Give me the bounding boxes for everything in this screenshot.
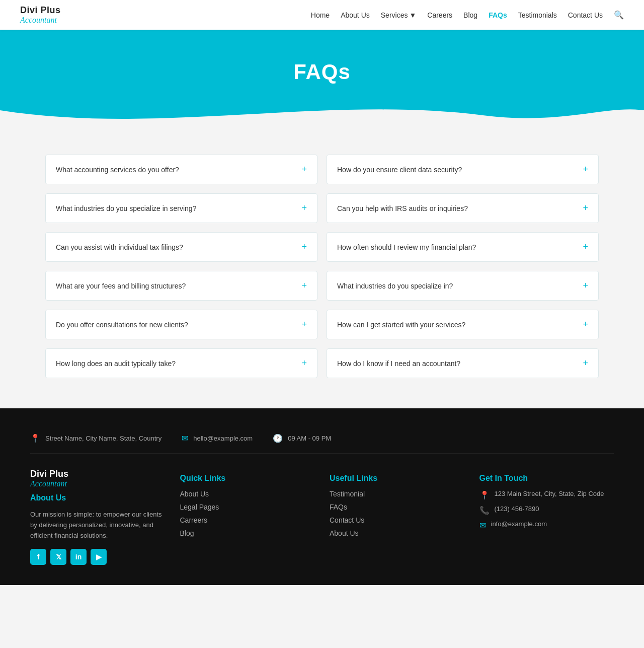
location-icon: 📍 — [30, 434, 40, 443]
faq-expand-icon: + — [301, 280, 307, 291]
faq-expand-icon: + — [301, 358, 307, 369]
faq-item[interactable]: Can you assist with individual tax filin… — [45, 232, 317, 262]
faq-section: What accounting services do you offer? +… — [0, 124, 644, 408]
faq-question: How often should I review my financial p… — [337, 243, 476, 251]
youtube-icon[interactable]: ▶ — [91, 549, 107, 565]
facebook-icon[interactable]: f — [30, 549, 46, 565]
footer-email-top-text: hello@example.com — [193, 435, 253, 442]
faq-item[interactable]: What accounting services do you offer? + — [45, 155, 317, 184]
footer-contact-phone: 📞 (123) 456-7890 — [479, 505, 614, 515]
faq-expand-icon: + — [583, 319, 588, 330]
faq-item[interactable]: How can I get started with your services… — [327, 310, 599, 339]
footer-contact-email: ✉ info@example.com — [479, 520, 614, 530]
footer-quick-link[interactable]: About Us — [180, 490, 315, 498]
faq-question: What industries do you specialize in ser… — [56, 204, 196, 212]
faq-question: How do you ensure client data security? — [337, 166, 462, 174]
footer-hours-top: 🕐 09 AM - 09 PM — [273, 434, 331, 443]
nav-services[interactable]: Services ▼ — [381, 11, 417, 19]
location-icon-footer: 📍 — [479, 490, 490, 500]
footer-useful-link[interactable]: FAQs — [330, 503, 464, 511]
faq-expand-icon: + — [583, 242, 588, 252]
footer-useful-link[interactable]: Testimonial — [330, 490, 464, 498]
faq-item[interactable]: How often should I review my financial p… — [327, 232, 599, 262]
faq-item[interactable]: What are your fees and billing structure… — [45, 271, 317, 301]
footer-about-heading: About Us — [30, 493, 165, 502]
footer-socials: f𝕏in▶ — [30, 549, 165, 565]
nav-links: Home About Us Services ▼ Careers Blog FA… — [311, 10, 624, 20]
footer-quick-link[interactable]: Legal Pages — [180, 503, 315, 511]
email-icon-footer: ✉ — [479, 521, 486, 530]
faq-item[interactable]: Do you offer consultations for new clien… — [45, 310, 317, 339]
twitter-icon[interactable]: 𝕏 — [50, 549, 66, 565]
faq-question: How can I get started with your services… — [337, 321, 465, 329]
footer-contact-address: 📍 123 Main Street, City, State, Zip Code — [479, 490, 614, 500]
faq-question: What are your fees and billing structure… — [56, 282, 186, 290]
logo-subtitle: Accountant — [20, 16, 57, 25]
footer-contact-phone-text: (123) 456-7890 — [495, 505, 539, 513]
email-icon-top: ✉ — [182, 434, 188, 443]
faq-item[interactable]: How long does an audit typically take? + — [45, 348, 317, 378]
footer-useful-links-col: Useful Links TestimonialFAQsContact UsAb… — [330, 469, 464, 565]
footer-top-info: 📍 Street Name, City Name, State, Country… — [30, 434, 614, 454]
footer-logo-title: Divi Plus — [30, 469, 68, 479]
faq-expand-icon: + — [301, 242, 307, 252]
faq-question: What accounting services do you offer? — [56, 166, 179, 174]
footer-address-top-text: Street Name, City Name, State, Country — [45, 435, 162, 442]
footer-contact-address-text: 123 Main Street, City, State, Zip Code — [495, 490, 604, 497]
footer-quick-links-list: About UsLegal PagesCarreersBlog — [180, 490, 315, 537]
nav-about[interactable]: About Us — [341, 11, 370, 19]
navbar: Divi Plus Accountant Home About Us Servi… — [0, 0, 644, 30]
faq-expand-icon: + — [301, 319, 307, 330]
footer-useful-link[interactable]: Contact Us — [330, 516, 464, 524]
footer-about-text: Our mission is simple: to empower our cl… — [30, 510, 165, 541]
footer-about-col: Divi Plus Accountant About Us Our missio… — [30, 469, 165, 565]
footer: 📍 Street Name, City Name, State, Country… — [0, 408, 644, 585]
footer-get-in-touch-col: Get In Touch 📍 123 Main Street, City, St… — [479, 469, 614, 565]
nav-careers[interactable]: Careers — [427, 11, 452, 19]
logo-title: Divi Plus — [20, 5, 61, 16]
faq-expand-icon: + — [583, 203, 588, 213]
faq-question: How do I know if I need an accountant? — [337, 359, 460, 368]
footer-quick-link[interactable]: Carreers — [180, 516, 315, 524]
footer-useful-links-heading: Useful Links — [330, 474, 464, 483]
faq-question: What industries do you specialize in? — [337, 282, 453, 290]
faq-item[interactable]: Can you help with IRS audits or inquirie… — [327, 193, 599, 223]
faq-item[interactable]: What industries do you specialize in? + — [327, 271, 599, 301]
footer-quick-links-heading: Quick Links — [180, 474, 315, 483]
linkedin-icon[interactable]: in — [70, 549, 87, 565]
faq-item[interactable]: How do you ensure client data security? … — [327, 155, 599, 184]
footer-useful-link[interactable]: About Us — [330, 529, 464, 537]
footer-useful-links-list: TestimonialFAQsContact UsAbout Us — [330, 490, 464, 537]
nav-faqs[interactable]: FAQs — [489, 11, 507, 19]
phone-icon-footer: 📞 — [479, 506, 490, 515]
faq-item[interactable]: What industries do you specialize in ser… — [45, 193, 317, 223]
faq-expand-icon: + — [301, 203, 307, 213]
nav-blog[interactable]: Blog — [463, 11, 477, 19]
faq-expand-icon: + — [583, 358, 588, 369]
footer-contact-email-text: info@example.com — [491, 520, 547, 528]
footer-email-top: ✉ hello@example.com — [182, 434, 253, 443]
hero-wave — [0, 95, 644, 124]
footer-quick-link[interactable]: Blog — [180, 529, 315, 537]
footer-logo: Divi Plus Accountant — [30, 469, 165, 488]
faq-question: Can you help with IRS audits or inquirie… — [337, 204, 468, 212]
page-title: FAQs — [20, 60, 624, 84]
faq-grid: What accounting services do you offer? +… — [45, 155, 599, 378]
footer-logo-subtitle: Accountant — [30, 479, 67, 488]
faq-expand-icon: + — [583, 280, 588, 291]
footer-address-top: 📍 Street Name, City Name, State, Country — [30, 434, 162, 443]
search-icon[interactable]: 🔍 — [614, 10, 624, 20]
nav-contact[interactable]: Contact Us — [568, 11, 603, 19]
faq-question: Can you assist with individual tax filin… — [56, 243, 183, 251]
footer-get-in-touch-heading: Get In Touch — [479, 474, 614, 483]
faq-item[interactable]: How do I know if I need an accountant? + — [327, 348, 599, 378]
faq-question: How long does an audit typically take? — [56, 359, 176, 368]
faq-expand-icon: + — [583, 164, 588, 175]
clock-icon: 🕐 — [273, 434, 283, 443]
hero-section: FAQs — [0, 30, 644, 124]
nav-home[interactable]: Home — [311, 11, 330, 19]
nav-testimonials[interactable]: Testimonials — [518, 11, 557, 19]
faq-expand-icon: + — [301, 164, 307, 175]
logo: Divi Plus Accountant — [20, 5, 61, 25]
footer-hours-top-text: 09 AM - 09 PM — [288, 435, 331, 442]
